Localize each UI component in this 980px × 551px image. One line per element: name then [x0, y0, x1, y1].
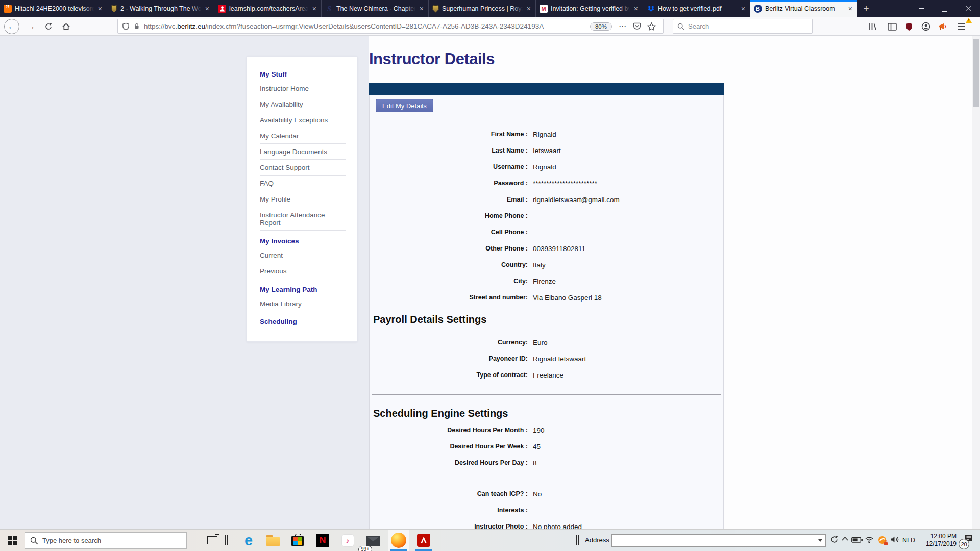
sidebar-item[interactable]: Instructor Home [260, 81, 346, 96]
library-icon[interactable] [865, 20, 880, 33]
address-go-icon[interactable] [830, 535, 839, 544]
home-icon[interactable] [58, 19, 74, 34]
scrollbar-thumb[interactable] [973, 39, 979, 107]
sidebar-item[interactable]: My Profile [260, 191, 346, 207]
field-value: rignaldietswaart@gmail.com [533, 196, 620, 204]
notification-center[interactable]: 20 [962, 534, 977, 547]
crest-icon [111, 5, 117, 13]
field-label: Other Phone : [370, 245, 528, 252]
taskbar-search-input[interactable] [42, 537, 181, 544]
field-row: Payoneer ID:Rignald Ietswaart [370, 350, 723, 367]
tab-close-icon[interactable]: × [97, 5, 103, 13]
dropdown-chevron-icon[interactable] [818, 539, 822, 542]
browser-search-input[interactable] [688, 22, 808, 30]
page-actions-icon[interactable]: ··· [619, 23, 627, 30]
restore-button[interactable] [933, 0, 957, 17]
forward-button[interactable]: → [23, 19, 39, 34]
lock-icon[interactable] [133, 22, 140, 30]
tab-close-icon[interactable]: × [419, 5, 425, 13]
field-label: Desired Hours Per Week : [370, 443, 528, 450]
sidebar-item[interactable]: My Availability [260, 96, 346, 112]
personal-details: First Name :RignaldLast Name :IetswaartU… [370, 126, 723, 306]
sidebar-section-header[interactable]: My Learning Path [260, 286, 346, 293]
mail-unread-badge: 99+ [358, 546, 372, 551]
sidebar-section-header[interactable]: My Stuff [260, 70, 346, 78]
volume-icon[interactable] [890, 536, 899, 543]
bookmark-star-icon[interactable] [647, 22, 656, 31]
acrobat-icon [417, 534, 430, 547]
antivirus-icon[interactable] [878, 536, 887, 544]
field-value: Rignald [533, 163, 556, 171]
taskbar-itunes[interactable] [337, 530, 358, 551]
close-button[interactable] [957, 0, 980, 17]
taskbar-netflix[interactable] [312, 530, 333, 551]
browser-tab[interactable]: learnship.com/teachersArea/× [214, 0, 322, 17]
reload-icon[interactable] [41, 19, 56, 34]
url-bar[interactable]: https://bvc.berlitz.eu/index.cfm?fuseact… [117, 19, 664, 34]
announcement-icon[interactable] [935, 20, 950, 33]
tab-close-icon[interactable]: × [847, 5, 853, 13]
dropbox-icon [647, 5, 655, 13]
scrollbar[interactable] [972, 36, 980, 529]
address-input[interactable] [612, 535, 818, 546]
browser-tab[interactable]: Superhuman Princess | Royal× [429, 0, 536, 17]
sidebar-item[interactable]: Previous [260, 263, 346, 279]
language-indicator[interactable]: NLD [902, 537, 915, 544]
sidebar-section-header[interactable]: Scheduling [260, 318, 346, 325]
sidebar-item[interactable]: Availability Exceptions [260, 112, 346, 128]
taskbar-edge[interactable]: e [238, 530, 259, 551]
tab-close-icon[interactable]: × [526, 5, 532, 13]
taskbar-firefox[interactable] [388, 530, 409, 551]
battery-icon[interactable] [851, 537, 863, 543]
browser-tab[interactable]: How to get verified.pdf× [643, 0, 750, 17]
sidebars-icon[interactable] [885, 20, 900, 33]
taskbar-mail[interactable]: 99+ [362, 530, 384, 551]
sidebar-item[interactable]: Current [260, 247, 346, 263]
clock[interactable]: 12:00 PM 12/17/2019 [915, 533, 957, 548]
tracking-shield-icon[interactable] [122, 22, 130, 31]
account-icon[interactable] [918, 20, 934, 33]
misc-details: Can teach ICP? :NoInterests :Instructor … [370, 486, 723, 535]
field-row: Street and number:Via Elbano Gasperi 18 [370, 289, 723, 306]
tab-close-icon[interactable]: × [204, 5, 210, 13]
address-toolbar-input[interactable] [611, 534, 826, 547]
edit-details-button[interactable]: Edit My Details [376, 99, 433, 112]
browser-tab[interactable]: Invitation: Getting verified by× [536, 0, 643, 17]
sidebar-item[interactable]: Contact Support [260, 160, 346, 175]
new-tab-button[interactable] [857, 0, 875, 17]
tab-close-icon[interactable]: × [633, 5, 639, 13]
browser-tab[interactable]: Hitachi 24HE2000 televisore 6× [0, 0, 107, 17]
page-content: My StuffInstructor HomeMy AvailabilityAv… [0, 36, 980, 529]
wifi-icon[interactable] [865, 536, 874, 543]
browser-search-bar[interactable] [673, 19, 813, 34]
browser-tab[interactable]: 2 - Walking Through The Wo× [107, 0, 214, 17]
taskbar-divider [225, 535, 229, 545]
start-button[interactable] [0, 530, 24, 551]
task-view-button[interactable] [202, 530, 223, 551]
sidebar-item[interactable]: My Calendar [260, 128, 346, 143]
sidebar-section-header[interactable]: My Invoices [260, 237, 346, 245]
tab-title: Berlitz Virtual Classroom [765, 5, 844, 12]
zoom-level-badge[interactable]: 80% [590, 22, 612, 31]
tray-expand-icon[interactable] [841, 536, 849, 542]
sidebar-item[interactable]: Instructor Attendance Report [260, 207, 346, 230]
sidebar-item[interactable]: Language Documents [260, 144, 346, 159]
divider [260, 279, 346, 279]
menu-icon[interactable] [953, 20, 969, 33]
browser-tab[interactable]: Berlitz Virtual Classroom× [750, 0, 857, 17]
taskbar-acrobat[interactable] [413, 530, 434, 551]
tab-close-icon[interactable]: × [311, 5, 317, 13]
taskbar-search-box[interactable] [24, 532, 187, 549]
browser-tab[interactable]: The New Chimera - Chapter 5× [322, 0, 429, 17]
sidebar-item[interactable]: FAQ [260, 176, 346, 191]
field-value: 45 [533, 443, 541, 450]
taskbar-store[interactable] [287, 530, 308, 551]
back-button[interactable]: ← [4, 19, 19, 34]
taskbar-file-explorer[interactable] [262, 530, 284, 551]
ublock-icon[interactable] [901, 20, 917, 33]
url-text[interactable]: https://bvc.berlitz.eu/index.cfm?fuseact… [144, 22, 586, 30]
sidebar-item[interactable]: Media Library [260, 296, 346, 311]
pocket-icon[interactable] [633, 22, 641, 30]
minimize-button[interactable] [910, 0, 933, 17]
tab-close-icon[interactable]: × [740, 5, 746, 13]
